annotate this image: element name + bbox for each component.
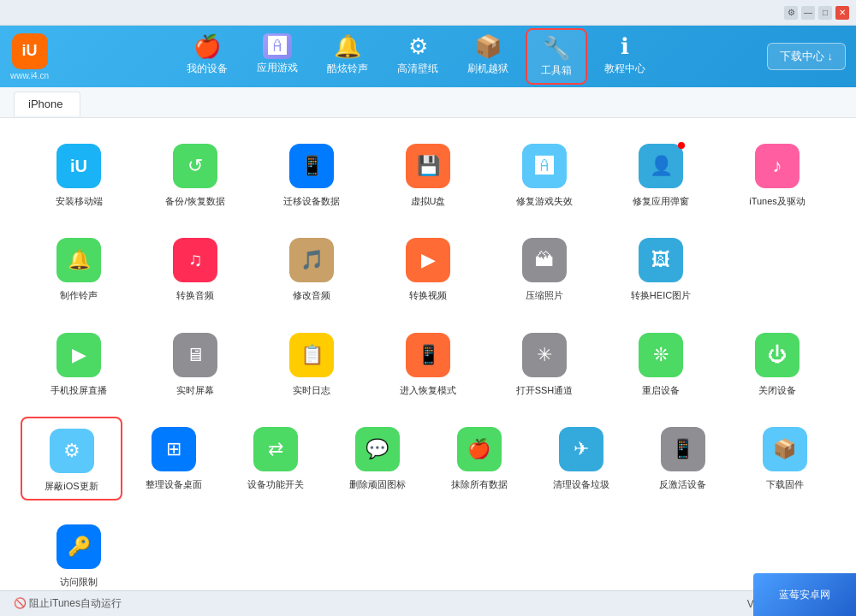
block-update-icon: ⚙: [50, 429, 94, 473]
restart-label: 重启设备: [642, 384, 680, 396]
close-button[interactable]: ✕: [835, 6, 849, 20]
tool-fix-game[interactable]: 🅰 修复游戏失效: [486, 133, 603, 214]
tool-udisk[interactable]: 💾 虚拟U盘: [370, 133, 486, 214]
nav-toolbox[interactable]: 🔧 工具箱: [526, 28, 587, 85]
block-update-label: 屏蔽iOS更新: [45, 480, 98, 492]
tool-device-feature[interactable]: ⇄ 设备功能开关: [224, 417, 326, 500]
minimize-button[interactable]: —: [801, 6, 815, 20]
logo-area: iU www.i4.cn: [10, 33, 49, 80]
itunes-label: iTunes及驱动: [749, 195, 805, 207]
tool-deactivate[interactable]: 📱 反激活设备: [632, 417, 734, 500]
tool-screen-mirror[interactable]: ▶ 手机投屏直播: [21, 323, 137, 403]
jailbreak-icon: 📦: [474, 33, 502, 60]
tool-convert-audio[interactable]: ♫ 转换音频: [137, 228, 253, 308]
deactivate-icon: 📱: [661, 427, 705, 471]
tool-fix-popup[interactable]: 👤 修复应用弹窗: [603, 133, 719, 214]
compress-photo-label: 压缩照片: [526, 289, 563, 301]
fix-popup-icon: 👤: [639, 144, 683, 188]
itunes-block-status: 🚫 阻止iTunes自动运行: [14, 596, 122, 611]
tool-block-update[interactable]: ⚙ 屏蔽iOS更新: [21, 417, 122, 500]
tool-organize-desktop[interactable]: ⊞ 整理设备桌面: [122, 417, 224, 500]
modify-audio-icon: 🎵: [289, 238, 334, 282]
tool-access-limit[interactable]: 🔑 访问限制: [21, 514, 137, 590]
tool-compress-photo[interactable]: 🏔 压缩照片: [486, 228, 603, 308]
tool-make-ringtone[interactable]: 🔔 制作铃声: [21, 228, 137, 308]
delete-stubborn-icon: 💬: [355, 427, 400, 471]
organize-desktop-icon: ⊞: [152, 427, 196, 471]
udisk-icon: 💾: [406, 144, 450, 188]
recovery-mode-label: 进入恢复模式: [400, 384, 456, 396]
delete-stubborn-label: 删除顽固图标: [349, 478, 406, 490]
tool-install-app[interactable]: iU 安装移动端: [21, 133, 137, 214]
restart-icon: ❊: [639, 333, 683, 377]
fix-game-icon: 🅰: [522, 144, 567, 188]
nav-ringtone[interactable]: 🔔 酷炫铃声: [315, 28, 380, 85]
nav-items: 🍎 我的设备 🅰 应用游戏 🔔 酷炫铃声 ⚙ 高清壁纸 📦 刷机越狱 🔧 工具箱…: [66, 28, 767, 85]
settings-button[interactable]: ⚙: [784, 6, 798, 20]
tool-erase-all[interactable]: 🍎 抹除所有数据: [428, 417, 530, 500]
tool-real-screen[interactable]: 🖥 实时屏幕: [137, 323, 253, 403]
download-button[interactable]: 下载中心 ↓: [767, 43, 846, 70]
organize-desktop-label: 整理设备桌面: [146, 478, 202, 490]
tool-ssh[interactable]: ✳ 打开SSH通道: [486, 323, 603, 403]
tool-convert-heic[interactable]: 🖼 转换HEIC图片: [603, 228, 719, 308]
shutdown-label: 关闭设备: [758, 384, 796, 396]
download-firmware-icon: 📦: [763, 427, 807, 471]
tool-recovery-mode[interactable]: 📱 进入恢复模式: [370, 323, 486, 403]
tool-modify-audio[interactable]: 🎵 修改音频: [253, 228, 370, 308]
my-device-label: 我的设备: [187, 62, 228, 76]
tools-row-1: iU 安装移动端 ↺ 备份/恢复数据 📱 迁移设备数据 💾 虚拟U盘 🅰: [21, 133, 835, 214]
access-limit-icon: 🔑: [56, 524, 101, 569]
watermark: 蓝莓安卓网: [753, 573, 856, 616]
ringtone-label: 酷炫铃声: [327, 62, 368, 76]
access-limit-label: 访问限制: [60, 576, 98, 588]
tutorial-icon: ℹ: [621, 33, 629, 60]
tool-itunes[interactable]: ♪ iTunes及驱动: [719, 133, 835, 214]
install-app-icon: iU: [56, 144, 101, 188]
tool-migrate[interactable]: 📱 迁移设备数据: [253, 133, 370, 214]
my-device-icon: 🍎: [193, 33, 221, 60]
nav-tutorial[interactable]: ℹ 教程中心: [592, 28, 657, 85]
tool-clean-junk[interactable]: ✈ 清理设备垃圾: [530, 417, 632, 500]
erase-all-label: 抹除所有数据: [451, 478, 508, 490]
nav-app-games[interactable]: 🅰 应用游戏: [245, 28, 310, 85]
ringtone-icon: 🔔: [334, 33, 361, 60]
tools-row-4: ⚙ 屏蔽iOS更新 ⊞ 整理设备桌面 ⇄ 设备功能开关 💬 删除顽固图标 🍎: [21, 417, 835, 500]
tool-delete-stubborn[interactable]: 💬 删除顽固图标: [326, 417, 428, 500]
wallpaper-icon: ⚙: [408, 33, 428, 60]
real-log-label: 实时日志: [293, 384, 330, 396]
fix-game-label: 修复游戏失效: [516, 195, 573, 207]
itunes-icon: ♪: [755, 144, 800, 188]
tool-restart[interactable]: ❊ 重启设备: [603, 323, 719, 403]
tool-real-log[interactable]: 📋 实时日志: [253, 323, 370, 403]
ssh-label: 打开SSH通道: [516, 384, 574, 396]
erase-all-icon: 🍎: [457, 427, 502, 471]
main-content: iU 安装移动端 ↺ 备份/恢复数据 📱 迁移设备数据 💾 虚拟U盘 🅰: [0, 118, 856, 590]
toolbox-icon: 🔧: [543, 35, 570, 62]
install-app-label: 安装移动端: [56, 195, 103, 207]
make-ringtone-icon: 🔔: [56, 238, 101, 282]
toolbox-label: 工具箱: [541, 63, 572, 78]
maximize-button[interactable]: □: [818, 6, 832, 20]
compress-photo-icon: 🏔: [522, 238, 567, 282]
real-log-icon: 📋: [289, 333, 334, 377]
tool-convert-video[interactable]: ▶ 转换视频: [370, 228, 486, 308]
ssh-icon: ✳: [522, 333, 567, 377]
nav-jailbreak[interactable]: 📦 刷机越狱: [455, 28, 520, 85]
tool-download-firmware[interactable]: 📦 下载固件: [734, 417, 835, 500]
title-bar: ⚙ — □ ✕: [0, 0, 856, 26]
app-games-icon: 🅰: [263, 33, 292, 59]
tab-bar: iPhone: [0, 87, 856, 118]
nav-wallpaper[interactable]: ⚙ 高清壁纸: [385, 28, 450, 85]
backup-label: 备份/恢复数据: [165, 195, 224, 207]
screen-mirror-label: 手机投屏直播: [51, 384, 107, 396]
convert-heic-label: 转换HEIC图片: [631, 289, 691, 301]
tool-shutdown[interactable]: ⏻ 关闭设备: [719, 323, 835, 403]
tutorial-label: 教程中心: [604, 62, 645, 76]
nav-my-device[interactable]: 🍎 我的设备: [175, 28, 240, 85]
iphone-tab[interactable]: iPhone: [14, 92, 80, 117]
tool-backup[interactable]: ↺ 备份/恢复数据: [137, 133, 253, 214]
header: iU www.i4.cn 🍎 我的设备 🅰 应用游戏 🔔 酷炫铃声 ⚙ 高清壁纸…: [0, 26, 856, 87]
fix-popup-label: 修复应用弹窗: [633, 195, 689, 207]
convert-heic-icon: 🖼: [639, 238, 683, 282]
